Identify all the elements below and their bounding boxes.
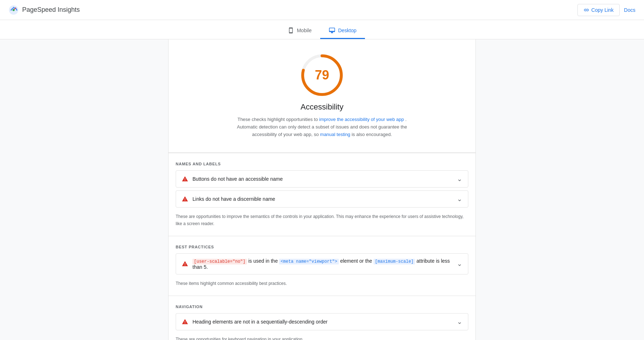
desktop-icon — [329, 27, 335, 34]
score-value: 79 — [315, 68, 329, 83]
audit-item-button-name[interactable]: Buttons do not have an accessible name ⌄ — [176, 170, 468, 188]
score-section: 79 Accessibility These checks highlight … — [168, 39, 476, 153]
warning-icon-3 — [182, 261, 188, 267]
link-icon — [584, 7, 589, 13]
chevron-down-icon-4: ⌄ — [457, 318, 462, 326]
audit-item-meta-viewport-text: [user-scalable="no"] is used in the <met… — [192, 258, 457, 270]
audit-item-meta-viewport[interactable]: [user-scalable="no"] is used in the <met… — [176, 253, 468, 275]
manual-testing-link[interactable]: manual testing — [320, 132, 351, 137]
category-names-labels: NAMES AND LABELS Buttons do not have an … — [169, 153, 475, 235]
category-names-labels-note: These are opportunities to improve the s… — [176, 210, 468, 233]
tab-mobile-label: Mobile — [297, 28, 312, 33]
audit-item-button-name-text: Buttons do not have an accessible name — [192, 176, 283, 182]
warning-icon-4 — [182, 319, 188, 325]
app-title: PageSpeed Insights — [22, 6, 80, 14]
audit-sections: NAMES AND LABELS Buttons do not have an … — [168, 153, 476, 340]
score-circle: 79 — [301, 54, 343, 97]
category-best-practices-note: These items highlight common accessibili… — [176, 277, 468, 293]
category-best-practices: BEST PRACTICES [user-scalable="no"] is u… — [169, 236, 475, 296]
chevron-down-icon-3: ⌄ — [457, 260, 462, 268]
category-names-labels-title: NAMES AND LABELS — [176, 162, 468, 166]
header: PageSpeed Insights Copy Link Docs — [0, 0, 644, 20]
docs-button[interactable]: Docs — [624, 7, 635, 13]
audit-item-heading-order[interactable]: Heading elements are not in a sequential… — [176, 313, 468, 330]
category-navigation: NAVIGATION Heading elements are not in a… — [169, 296, 475, 340]
tab-desktop-label: Desktop — [338, 28, 356, 33]
tab-mobile[interactable]: Mobile — [279, 23, 320, 39]
audit-item-link-name[interactable]: Links do not have a discernible name ⌄ — [176, 190, 468, 208]
category-navigation-title: NAVIGATION — [176, 305, 468, 309]
warning-icon-2 — [182, 196, 188, 202]
header-actions: Copy Link Docs — [577, 4, 635, 16]
category-best-practices-title: BEST PRACTICES — [176, 245, 468, 249]
device-tabs: Mobile Desktop — [0, 20, 644, 39]
chevron-down-icon-2: ⌄ — [457, 195, 462, 203]
audit-item-heading-order-text: Heading elements are not in a sequential… — [192, 319, 327, 325]
tab-desktop[interactable]: Desktop — [320, 23, 365, 39]
pagespeed-logo-icon — [9, 5, 19, 15]
audit-item-link-name-text: Links do not have a discernible name — [192, 196, 275, 202]
score-title: Accessibility — [301, 102, 343, 112]
category-navigation-note: These are opportunities for keyboard nav… — [176, 333, 468, 340]
chevron-down-icon: ⌄ — [457, 175, 462, 183]
copy-link-button[interactable]: Copy Link — [577, 4, 620, 16]
accessibility-link[interactable]: improve the accessibility of your web ap… — [319, 117, 404, 122]
main-content: 79 Accessibility These checks highlight … — [161, 39, 483, 340]
warning-icon — [182, 176, 188, 182]
mobile-icon — [288, 27, 294, 34]
score-description: These checks highlight opportunities to … — [233, 116, 411, 138]
logo-area: PageSpeed Insights — [9, 5, 80, 15]
